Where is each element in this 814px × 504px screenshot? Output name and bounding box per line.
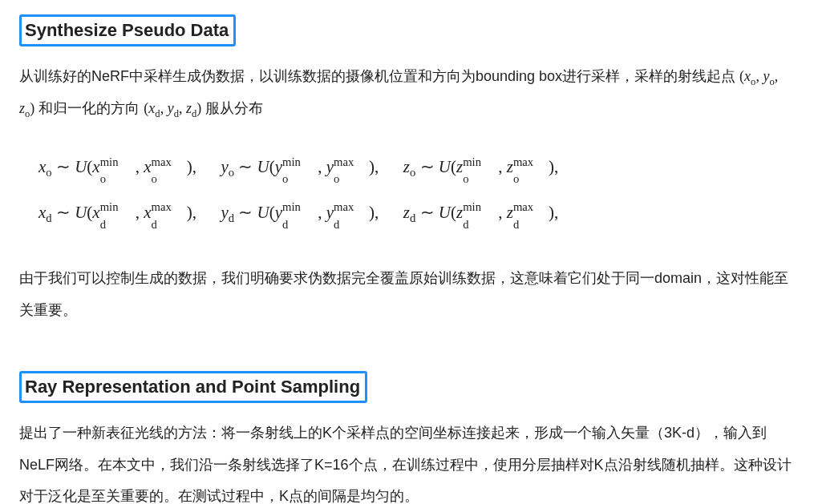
synth-para-2: 由于我们可以控制生成的数据，我们明确要求伪数据完全覆盖原始训练数据，这意味着它们…	[19, 263, 795, 326]
text-segment: 从训练好的NeRF中采样生成伪数据，以训练数据的摄像机位置和方向为boundin…	[19, 68, 739, 84]
rayrep-para-1: 提出了一种新表征光线的方法：将一条射线上的K个采样点的空间坐标连接起来，形成一个…	[19, 417, 795, 504]
text-segment: 和归一化的方向	[38, 100, 144, 116]
synth-para-1: 从训练好的NeRF中采样生成伪数据，以训练数据的摄像机位置和方向为boundin…	[19, 61, 795, 124]
section-heading-ray-representation: Ray Representation and Point Sampling	[19, 371, 367, 403]
section-heading-synthesize: Synthesize Pseudo Data	[19, 14, 236, 46]
formula-line-direction: xd ∼ U(xmind, xmaxd), yd ∼ U(ymind, ymax…	[38, 192, 795, 232]
formula-uniform-distribution: xo ∼ U(xmino, xmaxo), yo ∼ U(ymino, ymax…	[19, 140, 795, 244]
inline-formula-direction: (xd, yd, zd)	[144, 100, 201, 116]
text-segment: 服从分布	[205, 100, 263, 116]
formula-line-origin: xo ∼ U(xmino, xmaxo), yo ∼ U(ymino, ymax…	[38, 147, 795, 187]
